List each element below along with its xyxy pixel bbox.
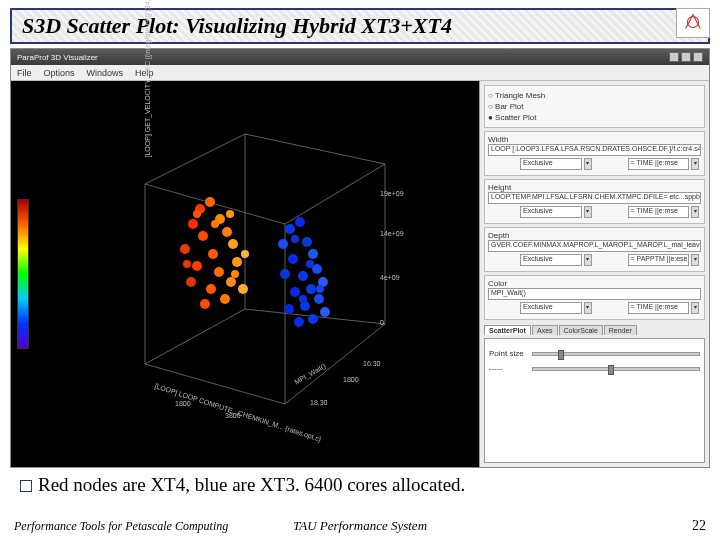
svg-point-37 — [285, 224, 295, 234]
svg-point-15 — [188, 219, 198, 229]
axis-tick: 1800 — [175, 400, 191, 407]
slider2[interactable] — [532, 367, 700, 371]
svg-line-6 — [145, 184, 285, 224]
color-value-select[interactable]: Exclusive — [520, 302, 582, 314]
axis-tick: 18.30 — [310, 399, 328, 406]
plot-viewport[interactable]: [LOOP] GET_VELOCITY_VEC [{integrate.f90}… — [11, 81, 479, 467]
svg-point-36 — [241, 250, 249, 258]
menu-file[interactable]: File — [17, 68, 32, 78]
tab-render[interactable]: Render — [604, 325, 637, 335]
radio-scatter-plot[interactable]: Scatter Plot — [488, 113, 536, 122]
svg-point-31 — [193, 210, 201, 218]
tab-body: Point size ----- — [484, 338, 705, 463]
page-number: 22 — [692, 518, 706, 534]
svg-point-51 — [314, 294, 324, 304]
radio-triangle-mesh[interactable]: Triangle Mesh — [488, 91, 545, 100]
axis-y-label: [LOOP] GET_VELOCITY_VEC [{integrate.f90}… — [144, 0, 151, 158]
svg-point-22 — [192, 261, 202, 271]
dropdown-icon[interactable]: ▾ — [691, 206, 699, 218]
svg-point-25 — [186, 277, 196, 287]
depth-value-select[interactable]: Exclusive — [520, 254, 582, 266]
svg-point-24 — [232, 257, 242, 267]
footer: Performance Tools for Petascale Computin… — [0, 518, 720, 534]
depth-metric-field[interactable]: GVER.COEF.MINMAX.MAPROP.L_MAROP.L_MAROP.… — [488, 240, 701, 252]
dropdown-icon[interactable]: ▾ — [584, 158, 592, 170]
svg-point-14 — [205, 197, 215, 207]
color-metric-field[interactable]: MPI_Wait() — [488, 288, 701, 300]
svg-point-20 — [208, 249, 218, 259]
pointsize-slider[interactable] — [532, 352, 700, 356]
options-tabs[interactable]: ScatterPlot Axes ColorScale Render — [484, 325, 705, 335]
width-axis-group: Width LOOP [.LOOP3.LFSA.LFSA.RSCN.DRATES… — [484, 131, 705, 176]
svg-point-54 — [320, 307, 330, 317]
scatter3d[interactable]: [LOOP] GET_VELOCITY_VEC [{integrate.f90}… — [85, 124, 405, 424]
svg-point-23 — [214, 267, 224, 277]
tab-scatterplot[interactable]: ScatterPlot — [484, 325, 531, 335]
dropdown-icon[interactable]: ▾ — [584, 254, 592, 266]
title-bar: S3D Scatter Plot: Visualizing Hybrid XT3… — [10, 8, 710, 44]
width-unit-select[interactable]: = TIME ||e:mse — [628, 158, 690, 170]
svg-point-28 — [200, 299, 210, 309]
dropdown-icon[interactable]: ▾ — [584, 302, 592, 314]
color-unit-select[interactable]: = TIME ||e:mse — [628, 302, 690, 314]
svg-point-34 — [231, 270, 239, 278]
visualizer-window: ParaProf 3D Visualizer File Options Wind… — [10, 48, 710, 468]
svg-point-56 — [306, 260, 314, 268]
tau-logo — [676, 8, 710, 38]
close-button[interactable] — [693, 52, 703, 62]
width-metric-field[interactable]: LOOP [.LOOP3.LFSA.LFSA.RSCN.DRATES.OHSCE… — [488, 144, 701, 156]
tab-colorscale[interactable]: ColorScale — [559, 325, 603, 335]
svg-line-7 — [285, 164, 385, 224]
axis-tick: 0 — [380, 319, 384, 326]
depth-unit-select[interactable]: = PAPPTM ||e:ese — [628, 254, 690, 266]
window-controls[interactable] — [669, 52, 703, 62]
axis-tick: 1800 — [343, 376, 359, 383]
svg-point-53 — [308, 314, 318, 324]
svg-line-10 — [145, 309, 245, 364]
menubar[interactable]: File Options Windows Help — [11, 65, 709, 81]
svg-point-52 — [294, 317, 304, 327]
slide-title: S3D Scatter Plot: Visualizing Hybrid XT3… — [22, 13, 452, 38]
window-titlebar: ParaProf 3D Visualizer — [11, 49, 709, 65]
dropdown-icon[interactable]: ▾ — [691, 158, 699, 170]
menu-windows[interactable]: Windows — [87, 68, 124, 78]
axis-tick: 16.30 — [363, 360, 381, 367]
width-value-select[interactable]: Exclusive — [520, 158, 582, 170]
svg-point-39 — [278, 239, 288, 249]
width-label: Width — [488, 135, 701, 144]
svg-line-1 — [145, 364, 285, 404]
svg-point-40 — [302, 237, 312, 247]
dropdown-icon[interactable]: ▾ — [691, 302, 699, 314]
svg-line-8 — [145, 134, 245, 184]
maximize-button[interactable] — [681, 52, 691, 62]
svg-point-32 — [211, 220, 219, 228]
svg-point-47 — [306, 284, 316, 294]
slider2-label: ----- — [489, 364, 529, 373]
svg-point-38 — [295, 217, 305, 227]
color-axis-group: Color MPI_Wait() Exclusive ▾ = TIME ||e:… — [484, 275, 705, 320]
radio-bar-plot[interactable]: Bar Plot — [488, 102, 524, 111]
menu-options[interactable]: Options — [44, 68, 75, 78]
svg-point-27 — [226, 277, 236, 287]
axis-tick: 19e+09 — [380, 190, 404, 197]
pointsize-label: Point size — [489, 349, 529, 358]
svg-line-9 — [245, 134, 385, 164]
svg-point-55 — [291, 235, 299, 243]
height-value-select[interactable]: Exclusive — [520, 206, 582, 218]
svg-point-57 — [316, 285, 324, 293]
minimize-button[interactable] — [669, 52, 679, 62]
dropdown-icon[interactable]: ▾ — [691, 254, 699, 266]
svg-point-49 — [284, 304, 294, 314]
svg-point-41 — [288, 254, 298, 264]
svg-point-26 — [206, 284, 216, 294]
caption-text: Red nodes are XT4, blue are XT3. 6400 co… — [38, 474, 465, 495]
svg-point-30 — [238, 284, 248, 294]
svg-point-44 — [298, 271, 308, 281]
height-unit-select[interactable]: = TIME ||e:mse — [628, 206, 690, 218]
tab-axes[interactable]: Axes — [532, 325, 558, 335]
bullet-square-icon — [20, 480, 32, 492]
dropdown-icon[interactable]: ▾ — [584, 206, 592, 218]
height-metric-field[interactable]: LOOP.TEMP.MPI.LFSAL.LFSRN.CHEM.XTMPC.DFI… — [488, 192, 701, 204]
svg-point-29 — [220, 294, 230, 304]
svg-point-18 — [222, 227, 232, 237]
